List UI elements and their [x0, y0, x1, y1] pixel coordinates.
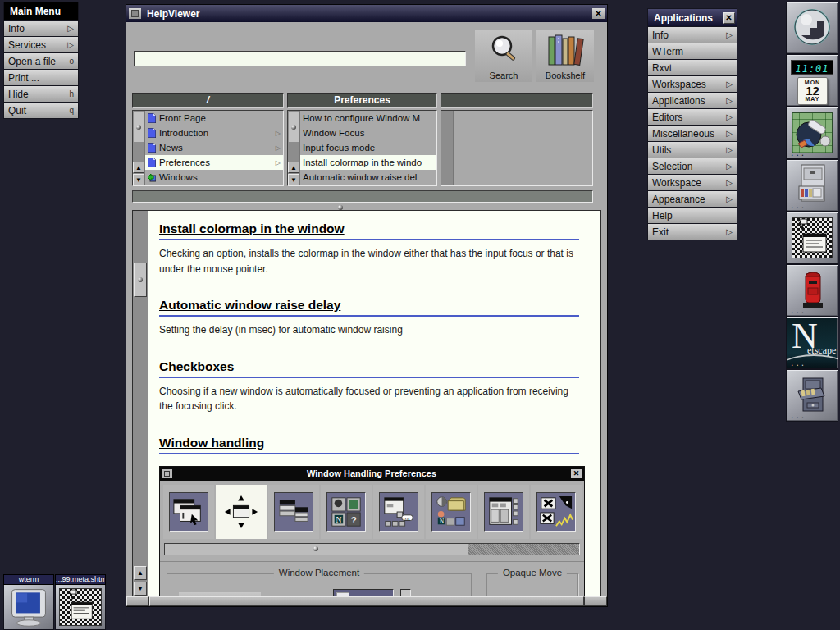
browser-item-install-colormap[interactable]: Install colormap in the windo [300, 155, 436, 170]
browser-item-automatic-raise[interactable]: Automatic window raise del [300, 170, 436, 185]
browser-item-news[interactable]: News▷ [145, 140, 283, 155]
browser-item-front-page[interactable]: Front Page [145, 111, 283, 126]
search-button-label: Search [490, 71, 518, 80]
applications-menu-title[interactable]: Applications ✕ [648, 9, 737, 26]
browser-item-introduction[interactable]: Introduction▷ [145, 126, 283, 140]
menu-label: Workspace [652, 177, 701, 189]
scrollbar-knob[interactable] [134, 112, 144, 142]
dock-tile-netscape[interactable]: N etscape ... [786, 317, 838, 369]
menu-label: Exit [652, 226, 669, 238]
apps-menu-item-applications[interactable]: Applications▷ [648, 93, 737, 108]
dock-tile-clock[interactable]: 11:01 MON 12 MAY [786, 54, 838, 107]
scroll-up-button[interactable]: ▲ [288, 162, 299, 173]
main-menu-item-services[interactable]: Services▷ [4, 37, 78, 52]
submenu-arrow-icon: ▷ [726, 30, 733, 39]
item-arrow-icon: ▷ [276, 130, 281, 137]
menu-shortcut: o [69, 57, 74, 66]
browser-column1-list: ▲▼ Front Page Introduction▷ News▷ Prefer… [132, 110, 284, 186]
apps-menu-item-editors[interactable]: Editors▷ [648, 109, 737, 125]
appicon-body[interactable] [3, 585, 54, 630]
item-label: Automatic window raise del [303, 172, 417, 182]
main-menu-item-info[interactable]: Info▷ [4, 21, 78, 36]
main-menu-title[interactable]: Main Menu [4, 2, 78, 20]
apps-menu-item-rxvt[interactable]: Rxvt [648, 60, 737, 75]
apps-menu-item-info[interactable]: Info▷ [648, 27, 737, 43]
section-body: Checking an option, installs the colorma… [159, 246, 579, 276]
scrollbar-knob[interactable] [134, 262, 147, 297]
window-stacking-icon [274, 492, 313, 532]
apps-menu-item-exit[interactable]: Exit▷ [648, 224, 737, 240]
scroll-down-button[interactable]: ▼ [288, 174, 299, 185]
apps-menu-item-appearance[interactable]: Appearance▷ [648, 191, 737, 207]
appicon-body[interactable] [55, 585, 106, 630]
dock-tile-paint[interactable]: ... [786, 107, 838, 159]
search-input[interactable] [134, 51, 466, 66]
bookshelf-button[interactable]: Bookshelf [536, 30, 594, 82]
item-label: Window Focus [303, 128, 364, 138]
browser-item-how-to-configure[interactable]: How to configure Window M [300, 111, 436, 126]
dock-tile-archive[interactable]: ... [786, 369, 838, 422]
apps-menu-item-utils[interactable]: Utils▷ [648, 142, 737, 158]
section-heading: Window handling [159, 436, 579, 454]
column3-scrollbar[interactable] [441, 111, 454, 185]
dock-tile-editor[interactable] [786, 212, 838, 264]
main-menu-item-hide[interactable]: Hideh [4, 86, 78, 102]
appicon-meta-shtml[interactable]: ...99.meta.shtml [55, 574, 106, 630]
scroll-up-button[interactable]: ▲ [133, 162, 144, 173]
column2-scrollbar[interactable]: ▲▼ [288, 111, 300, 185]
section-heading: Install colormap in the window [159, 221, 579, 240]
search-button[interactable]: Search [475, 30, 532, 82]
main-menu-item-open-a-file[interactable]: Open a fileo [4, 53, 78, 69]
apps-menu-item-workspace[interactable]: Workspace▷ [648, 175, 737, 190]
window-title: HelpViewer [147, 8, 587, 20]
close-icon[interactable]: ✕ [723, 12, 735, 24]
scroll-down-button[interactable]: ▼ [134, 582, 147, 596]
scroll-up-button[interactable]: ▲ [134, 566, 147, 580]
miniaturize-button [162, 469, 172, 478]
browser-item-preferences[interactable]: Preferences▷ [145, 155, 283, 170]
browser-item-windows[interactable]: Windows [145, 170, 283, 185]
application-windows-icon: rxvt [379, 492, 418, 532]
menu-label: Print ... [8, 72, 39, 84]
main-menu-item-quit[interactable]: Quitq [4, 103, 78, 118]
item-arrow-icon: ▷ [276, 159, 281, 167]
dialog-tab-scrollbar [164, 543, 580, 555]
miniaturize-button[interactable] [129, 8, 141, 19]
column1-scrollbar[interactable]: ▲▼ [133, 111, 145, 185]
submenu-arrow-icon: ▷ [726, 80, 733, 89]
dock-tile-file-cabinet[interactable]: ... [786, 159, 838, 212]
menu-label: Quit [8, 105, 26, 116]
document-icon [148, 158, 156, 167]
scroll-down-button[interactable]: ▼ [133, 174, 144, 185]
bookshelf-button-label: Bookshelf [546, 71, 585, 80]
scrollbar-knob[interactable] [289, 112, 299, 142]
apps-menu-item-wterm[interactable]: WTerm [648, 43, 737, 59]
dialog-titlebar: Window Handling Preferences ✕ [160, 467, 584, 481]
main-menu-item-print[interactable]: Print ... [4, 70, 78, 85]
menu-label: Help [652, 210, 673, 221]
apps-menu-item-help[interactable]: Help [648, 208, 737, 223]
appicon-wterm[interactable]: wterm [3, 574, 54, 630]
browser-item-window-focus[interactable]: Window Focus [300, 126, 436, 140]
applications-menu-title-label: Applications [654, 12, 713, 24]
menu-label: Utils [652, 144, 671, 156]
dock-tile-window-maker[interactable] [786, 2, 838, 54]
window-resize-bar[interactable] [126, 596, 607, 606]
content-scrollbar[interactable]: ▲ ▼ [133, 211, 148, 597]
browser-item-input-focus-mode[interactable]: Input focus mode [300, 140, 436, 155]
menu-label: Info [652, 30, 669, 41]
svg-text:?: ? [351, 515, 357, 525]
calendar-month: MAY [798, 96, 827, 102]
apps-menu-item-miscellaneous[interactable]: Miscellaneous▷ [648, 126, 737, 141]
menu-label: Rxvt [652, 62, 672, 74]
item-arrow-icon: ▷ [276, 144, 281, 152]
dock-tile-mailbox[interactable]: ... [786, 264, 838, 317]
apps-menu-item-workspaces[interactable]: Workspaces▷ [648, 76, 737, 92]
magnifier-icon [487, 30, 520, 71]
apps-menu-item-selection[interactable]: Selection▷ [648, 158, 737, 174]
helpviewer-titlebar[interactable]: HelpViewer ✕ [126, 5, 607, 22]
close-button[interactable]: ✕ [592, 8, 605, 19]
submenu-arrow-icon: ▷ [726, 96, 733, 105]
document-icon [148, 113, 156, 123]
item-label: Input focus mode [303, 143, 375, 153]
